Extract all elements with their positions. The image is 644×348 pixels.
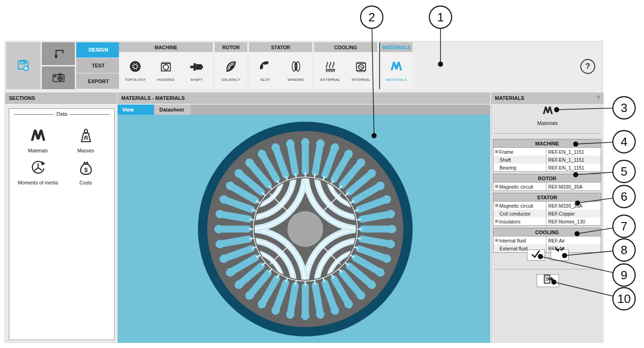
row-value[interactable]: REF.EN_1_1151 <box>546 148 601 156</box>
data-group-label: Data <box>53 111 70 117</box>
table-row[interactable]: ⊞Internal fluidREF.Air <box>493 236 601 244</box>
materials-tables: MACHINE⊞FrameREF.EN_1_1151ShaftREF.EN_1_… <box>493 139 601 255</box>
toolbar-item-shaft[interactable]: SHAFT <box>181 52 212 89</box>
table-header: MACHINE <box>493 139 601 148</box>
external-cooling-icon <box>323 59 337 75</box>
table-row[interactable]: BearingREF.EN_1_1151 <box>493 164 601 171</box>
expand-icon[interactable]: ⊞ <box>495 204 499 208</box>
materials-panel-header: MATERIALS ? <box>491 92 604 104</box>
separator <box>494 269 601 269</box>
expand-icon[interactable]: ⊞ <box>495 150 499 154</box>
top-toolbar: DESIGNTESTEXPORT MACHINETOPOLOGY HOUSING… <box>5 41 603 91</box>
expand-icon[interactable]: ⊞ <box>495 184 499 189</box>
expand-icon[interactable]: ⊞ <box>495 219 499 223</box>
materials-table-rotor: ROTOR⊞Magnetic circuitREF.M330_35A <box>493 174 601 191</box>
mode-tab-export[interactable]: EXPORT <box>76 73 120 89</box>
panel-help-icon[interactable]: ? <box>597 94 600 101</box>
toolbar-item-slot[interactable]: SLOT <box>250 52 281 89</box>
export-icon <box>541 273 555 289</box>
export-button[interactable] <box>537 274 559 287</box>
expand-icon[interactable]: ⊞ <box>495 238 499 243</box>
materials-table-machine: MACHINE⊞FrameREF.EN_1_1151ShaftREF.EN_1_… <box>493 139 601 172</box>
toolbar-item-label: WINDING <box>288 78 304 82</box>
motor-view-canvas[interactable] <box>118 115 490 343</box>
toolbar-item-saliency[interactable]: SALIENCY <box>216 52 246 89</box>
group-body: SLOT WINDING <box>249 52 312 89</box>
table-row[interactable]: ⊞Magnetic circuitREF.M330_35A <box>493 183 601 190</box>
materials-panel: Materials MACHINE⊞FrameREF.EN_1_1151Shaf… <box>491 92 604 342</box>
masses-icon <box>77 127 95 146</box>
mode-tab-test[interactable]: TEST <box>76 58 120 73</box>
callout-number: 5 <box>621 164 627 178</box>
toolbar-item-materials[interactable]: MATERIALS <box>381 52 412 89</box>
row-label-cell: ⊞Internal fluid <box>493 236 546 244</box>
row-label: Magnetic circuit <box>499 203 533 209</box>
slot-icon <box>258 59 272 75</box>
row-label: Magnetic circuit <box>499 184 533 190</box>
table-header: ROTOR <box>493 174 601 183</box>
toolbar-item-external[interactable]: EXTERNAL <box>315 52 346 89</box>
row-label-cell: Coil conductor <box>493 210 546 217</box>
row-value[interactable]: REF.Nomex_130 <box>546 217 601 225</box>
materials-icon <box>542 105 554 118</box>
table-row[interactable]: Coil conductorREF.Copper <box>493 210 601 217</box>
view-tabstrip: ViewDatasheet <box>118 105 490 115</box>
toolbar-item-label: SLOT <box>260 78 270 82</box>
svg-text:$: $ <box>84 167 88 174</box>
table-row[interactable]: ⊞FrameREF.EN_1_1151 <box>493 148 601 156</box>
row-value[interactable]: REF.Copper <box>546 210 601 217</box>
view-tab-view[interactable]: View <box>118 105 154 115</box>
group-header: ROTOR <box>215 42 247 52</box>
row-label-cell: ⊞Magnetic circuit <box>493 183 546 190</box>
callout-number: 3 <box>621 101 627 115</box>
materials-table-stator: STATOR⊞Magnetic circuitREF.M330_35ACoil … <box>493 193 601 226</box>
validate-button[interactable] <box>527 250 545 261</box>
callout-number: 10 <box>618 292 631 306</box>
check-icon <box>529 247 543 263</box>
row-value[interactable]: REF.M330_35A <box>546 183 601 190</box>
internal-cooling-icon <box>354 59 368 75</box>
import-arrow-button[interactable] <box>42 42 75 65</box>
save-button[interactable] <box>6 42 40 89</box>
winding-icon <box>289 59 303 75</box>
saliency-icon <box>224 59 238 75</box>
callout-circle <box>613 239 635 261</box>
materials-panel-icon-label: Materials <box>537 120 558 126</box>
row-value[interactable]: REF.M330_35A <box>546 202 601 210</box>
help-button[interactable]: ? <box>580 59 595 74</box>
materials-icon <box>29 127 47 146</box>
callout-number: 8 <box>621 243 627 257</box>
section-item-masses[interactable]: Masses <box>62 124 110 153</box>
separator <box>494 133 601 134</box>
materials-icon <box>389 59 403 75</box>
table-header: STATOR <box>493 193 601 202</box>
row-label-cell: Shaft <box>493 156 546 164</box>
toolbar-item-winding[interactable]: WINDING <box>281 52 311 89</box>
materials-table-cooling: COOLING⊞Internal fluidREF.AirExternal fl… <box>493 228 601 253</box>
callout-circle <box>613 160 635 183</box>
return-arrow-icon <box>52 46 66 62</box>
housing-icon <box>159 59 173 75</box>
toolbar-item-label: EXTERNAL <box>321 78 341 82</box>
table-row[interactable]: ShaftREF.EN_1_1151 <box>493 156 601 164</box>
materials-panel-iconblock: Materials <box>492 105 604 126</box>
toolbar-item-internal[interactable]: INTERNAL <box>346 52 376 89</box>
section-item-moments-of-inertia[interactable]: Moments of inertia <box>14 156 62 185</box>
callout-circle <box>613 131 635 153</box>
toolbar-item-topology[interactable]: TOPOLOGY <box>120 52 151 89</box>
row-value[interactable]: REF.EN_1_1151 <box>546 164 601 171</box>
view-tab-datasheet[interactable]: Datasheet <box>155 105 191 115</box>
toolbar-item-label: SHAFT <box>191 78 203 82</box>
page: DESIGNTESTEXPORT MACHINETOPOLOGY HOUSING… <box>0 0 644 348</box>
screenshot-button[interactable] <box>42 66 75 89</box>
section-item-materials[interactable]: Materials <box>14 124 62 153</box>
row-value[interactable]: REF.EN_1_1151 <box>546 156 601 164</box>
mode-tab-design[interactable]: DESIGN <box>76 42 120 58</box>
row-value[interactable]: REF.Air <box>546 236 601 244</box>
toolbar-group-rotor: ROTOR SALIENCY <box>215 42 247 89</box>
restore-button[interactable] <box>551 250 569 261</box>
table-row[interactable]: ⊞InsulatorsREF.Nomex_130 <box>493 217 601 225</box>
toolbar-item-housing[interactable]: HOUSING <box>151 52 181 89</box>
section-item-costs[interactable]: $Costs <box>62 156 110 185</box>
table-row[interactable]: ⊞Magnetic circuitREF.M330_35A <box>493 202 601 210</box>
